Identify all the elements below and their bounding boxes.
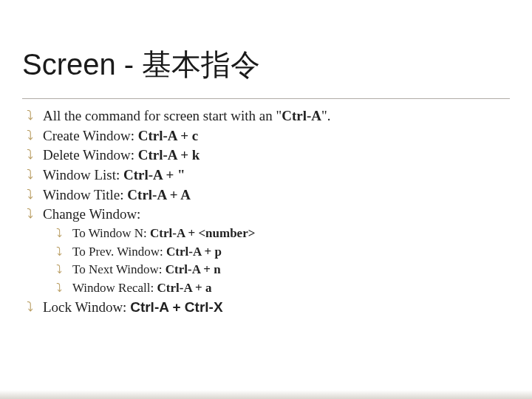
bullet-icon: ⤵ — [27, 106, 33, 124]
text-run: To Window N: — [72, 226, 150, 240]
list-item: ⤵To Prev. Window: Ctrl-A + p — [56, 243, 510, 261]
text-run: Ctrl-A + " — [123, 167, 185, 183]
list-item: ⤵Lock Window: Ctrl-A + Ctrl-X — [27, 298, 510, 317]
text-run: Window Recall: — [72, 281, 157, 295]
bottom-shadow — [0, 390, 532, 399]
text-run: All the command for screen start with an… — [43, 108, 282, 123]
list-item: ⤵Change Window:⤵To Window N: Ctrl-A + <n… — [27, 205, 510, 297]
bullet-icon: ⤵ — [27, 146, 33, 163]
slide: Screen - 基本指令 ⤵All the command for scree… — [0, 0, 532, 399]
text-run: Create Window: — [43, 128, 138, 143]
bullet-icon: ⤵ — [27, 205, 33, 222]
bullet-icon: ⤵ — [27, 126, 33, 144]
bullet-icon: ⤵ — [27, 298, 33, 316]
list-item: ⤵Window Recall: Ctrl-A + a — [56, 279, 510, 297]
list-item: ⤵To Next Window: Ctrl-A + n — [56, 261, 510, 279]
text-run: Ctrl-A + a — [157, 281, 212, 295]
text-run: Window List: — [43, 167, 123, 183]
text-run: Ctrl-A + Ctrl-X — [130, 299, 222, 315]
list-item: ⤵Window List: Ctrl-A + " — [27, 166, 510, 185]
text-run: To Next Window: — [72, 262, 166, 276]
bullet-icon: ⤵ — [56, 225, 62, 242]
text-run: Ctrl-A — [282, 108, 321, 123]
text-run: Ctrl-A + <number> — [150, 226, 255, 240]
title-rule — [22, 98, 510, 99]
bullet-icon: ⤵ — [56, 261, 62, 278]
list-item: ⤵Delete Window: Ctrl-A + k — [27, 146, 510, 165]
bullet-icon: ⤵ — [27, 166, 33, 183]
text-run: Ctrl-A + n — [166, 262, 221, 276]
text-run: Ctrl-A + A — [127, 187, 191, 202]
bullet-icon: ⤵ — [56, 279, 62, 296]
list-item: ⤵All the command for screen start with a… — [27, 106, 510, 126]
list-item: ⤵Window Title: Ctrl-A + A — [27, 185, 510, 205]
text-run: Lock Window: — [43, 299, 130, 315]
text-run: ". — [321, 108, 331, 123]
text-run: Change Window: — [43, 206, 140, 222]
bullet-icon: ⤵ — [56, 243, 62, 260]
text-run: To Prev. Window: — [72, 245, 166, 259]
list-item: ⤵To Window N: Ctrl-A + <number> — [56, 225, 510, 242]
text-run: Delete Window: — [43, 147, 138, 163]
slide-title: Screen - 基本指令 — [22, 44, 510, 85]
bullet-icon: ⤵ — [27, 185, 33, 203]
text-run: Window Title: — [43, 187, 127, 202]
text-run: Ctrl-A + c — [138, 128, 199, 143]
sub-list: ⤵To Window N: Ctrl-A + <number>⤵To Prev.… — [56, 225, 510, 297]
text-run: Ctrl-A + p — [166, 245, 222, 259]
text-run: Ctrl-A + k — [138, 147, 200, 163]
bullet-list: ⤵All the command for screen start with a… — [27, 106, 510, 317]
list-item: ⤵Create Window: Ctrl-A + c — [27, 126, 510, 146]
